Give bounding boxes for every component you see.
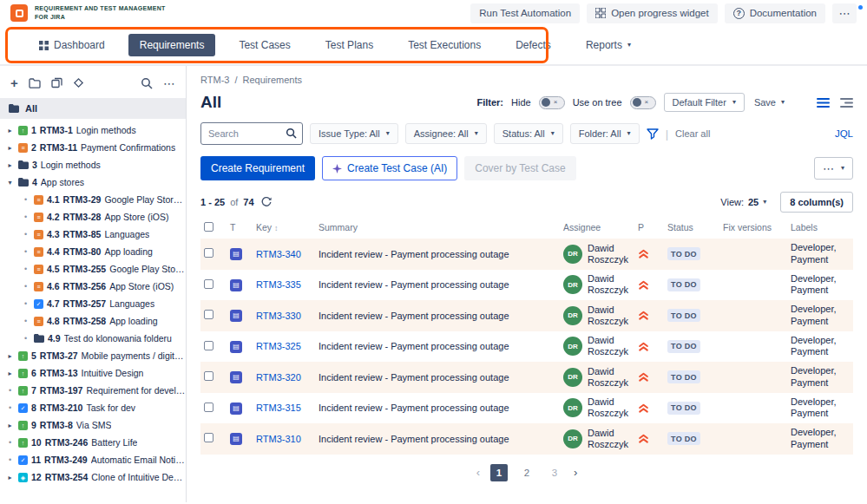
issue-summary[interactable]: Incident review - Payment processing out… [319,249,563,259]
issue-key-link[interactable]: RTM3-325 [256,341,301,351]
tree-item[interactable]: • ✓ 8 RTM3-210 Task for dev [0,399,186,416]
copy-button[interactable] [51,77,62,88]
breadcrumb-project[interactable]: RTM-3 [200,75,229,85]
page-button-2[interactable]: 2 [518,464,535,481]
save-filter-button[interactable]: Save▾ [752,94,786,111]
col-summary[interactable]: Summary [319,222,563,232]
columns-config-button[interactable]: 8 column(s) [780,192,853,213]
next-page-button[interactable]: › [574,466,577,479]
create-test-case-ai-button[interactable]: Create Test Case (AI) [322,156,457,180]
tree-expander[interactable]: ▾ [5,179,15,187]
tree-item[interactable]: • ✓ 4.7 RTM3-257 Languages [0,295,186,312]
status-filter[interactable]: Status: All▾ [494,123,563,144]
tree-item[interactable]: • ✓ 11 RTM3-249 Automatic Email Notifica… [0,451,186,468]
row-checkbox[interactable] [204,341,213,350]
tree-expander[interactable]: ▸ [5,422,15,429]
tree-expander[interactable]: ▸ [5,127,15,134]
tree-item[interactable]: ▸ ≡ 2 RTM3-11 Payment Confirmations [0,139,186,156]
page-button-1[interactable]: 1 [490,464,508,481]
prev-page-button[interactable]: ‹ [476,466,480,479]
tree-item[interactable]: • ≡ 4.3 RTM3-85 Languages [0,226,186,243]
create-requirement-button[interactable]: Create Requirement [200,156,315,180]
detail-view-button[interactable] [840,97,853,108]
page-size-select[interactable]: View: 25 ▾ [720,197,766,207]
tree-item[interactable]: ▸ ↑ 1 RTM3-1 Login methods [0,121,186,139]
list-view-button[interactable] [817,97,830,108]
row-checkbox[interactable] [204,310,213,319]
tree-item[interactable]: • ≡ 4.8 RTM3-258 App loading [0,312,186,330]
tree-search-button[interactable] [141,77,153,89]
row-checkbox[interactable] [204,248,213,258]
col-labels[interactable]: Labels [791,222,853,232]
issue-summary[interactable]: Incident review - Payment processing out… [319,311,563,321]
col-status[interactable]: Status [667,222,723,232]
tab-dashboard[interactable]: Dashboard [28,34,116,56]
tree-root-all[interactable]: All [0,98,186,119]
tree-item[interactable]: • ≡ 4.6 RTM3-256 App Store (iOS) [0,278,186,295]
issue-type-filter[interactable]: Issue Type: All▾ [310,123,398,144]
refresh-button[interactable] [261,197,272,207]
tree-item[interactable]: • ↑ 10 RTM3-246 Battery Life [0,434,186,451]
issue-key-link[interactable]: RTM3-315 [256,403,301,413]
issue-summary[interactable]: Incident review - Payment processing out… [319,403,563,413]
tree-expander[interactable]: ▸ [5,474,15,481]
tree-item[interactable]: ▸ ↑ 6 RTM3-13 Intuitive Design [0,364,186,382]
tree-item[interactable]: ▸ ↑ 5 RTM3-27 Mobile payments / digital … [0,347,186,364]
run-test-automation-button[interactable]: Run Test Automation [470,3,580,23]
assignee-filter[interactable]: Assignee: All▾ [405,123,487,144]
tree-item[interactable]: • ≡ 4.4 RTM3-80 App loading [0,243,186,260]
page-button-3[interactable]: 3 [546,464,563,481]
use-on-tree-toggle[interactable]: × [630,96,656,109]
tree-item[interactable]: • 4.9 Test do klonowania folderu [0,330,186,347]
tree-item[interactable]: ▾ 4 App stores [0,173,186,191]
table-row[interactable]: ▤ RTM3-325 Incident review - Payment pro… [200,331,853,363]
folder-filter[interactable]: Folder: All▾ [570,123,640,144]
tab-test-plans[interactable]: Test Plans [314,34,384,56]
col-key[interactable]: Key↕ [256,222,319,232]
tree-expander[interactable]: ▸ [5,352,15,360]
tab-defects[interactable]: Defects [504,34,562,56]
default-filter-dropdown[interactable]: Default Filter▾ [664,93,745,112]
jql-link[interactable]: JQL [835,128,853,139]
col-fix-versions[interactable]: Fix versions [723,222,791,232]
issue-summary[interactable]: Incident review - Payment processing out… [319,279,563,290]
issue-key-link[interactable]: RTM3-320 [256,372,301,383]
issue-summary[interactable]: Incident review - Payment processing out… [319,434,563,444]
table-row[interactable]: ▤ RTM3-320 Incident review - Payment pro… [200,362,853,393]
table-row[interactable]: ▤ RTM3-310 Incident review - Payment pro… [200,423,853,455]
tree-item[interactable]: ▸ ◈ 12 RTM3-254 Clone of Intuitive Desig… [0,468,186,486]
issue-key-link[interactable]: RTM3-335 [256,279,301,290]
tree-item[interactable]: • ↑ 7 RTM3-197 Requirement for developin… [0,382,186,399]
tree-item[interactable]: • ≡ 4.1 RTM3-29 Google Play Store (Andr [0,191,186,208]
documentation-button[interactable]: ? Documentation [725,3,825,23]
issue-key-link[interactable]: RTM3-310 [256,434,301,444]
tab-test-cases[interactable]: Test Cases [227,34,301,56]
advanced-filter-button[interactable] [647,128,659,140]
row-checkbox[interactable] [204,371,213,381]
tree-expander[interactable]: ▸ [5,144,15,152]
tab-requirements[interactable]: Requirements [128,34,216,56]
table-row[interactable]: ▤ RTM3-330 Incident review - Payment pro… [200,300,853,331]
tab-reports[interactable]: Reports ▾ [575,34,642,56]
tree-item[interactable]: ▸ ↑ 9 RTM3-8 Via SMS [0,416,186,434]
row-checkbox[interactable] [204,279,213,289]
table-more-actions-button[interactable]: ⋯ ▾ [814,157,853,180]
tree-expander[interactable]: ▸ [5,161,15,169]
add-button[interactable]: + [10,75,18,90]
tree-expander[interactable]: ▸ [5,370,15,377]
top-more-button[interactable]: ⋯ [832,3,857,23]
tree-item[interactable]: • ≡ 4.2 RTM3-28 App Store (iOS) [0,208,186,226]
col-assignee[interactable]: Assignee [563,222,638,232]
issue-summary[interactable]: Incident review - Payment processing out… [319,372,563,383]
tree-item[interactable]: ▸ 3 Login methods [0,156,186,173]
open-progress-widget-button[interactable]: Open progress widget [587,3,718,23]
breadcrumb-page[interactable]: Requirements [242,75,301,85]
issue-key-link[interactable]: RTM3-330 [256,311,301,321]
tree-item[interactable]: • ≡ 4.5 RTM3-255 Google Play Store (And [0,260,186,278]
table-row[interactable]: ▤ RTM3-315 Incident review - Payment pro… [200,393,853,424]
select-all-checkbox[interactable] [204,222,213,232]
cover-by-test-case-button[interactable]: Cover by Test Case [464,156,576,180]
row-checkbox[interactable] [204,403,213,412]
tab-test-executions[interactable]: Test Executions [397,34,492,56]
row-checkbox[interactable] [204,433,213,442]
